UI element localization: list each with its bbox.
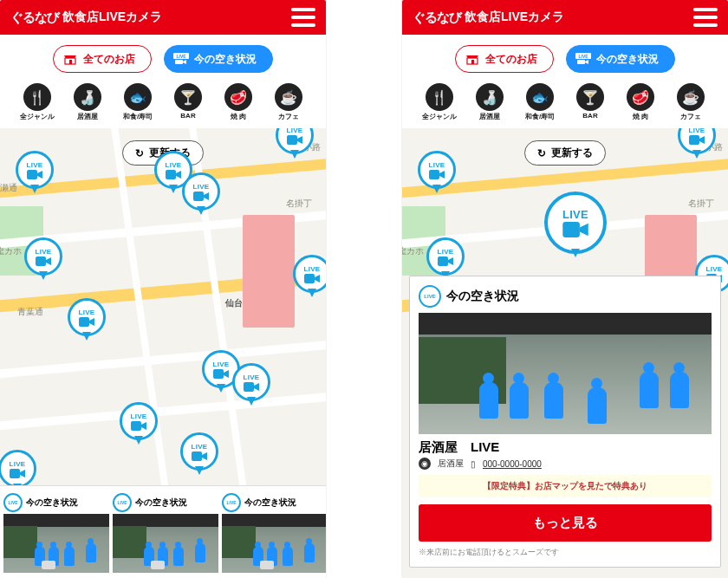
live-badge-icon: LIVE: [222, 493, 241, 512]
cat-washoku[interactable]: 🐟和食/寿司: [523, 83, 557, 121]
shop-card[interactable]: LIVE今の空き状況: [222, 491, 326, 573]
shop-detail-card: LIVE 今の空き状況 居酒屋 LIVE ◉ 居酒屋 ▯: [409, 276, 721, 568]
menu-icon[interactable]: [291, 8, 315, 27]
meat-icon: 🥩: [627, 83, 654, 111]
promo-banner: 【限定特典】お店マップを見たで特典あり: [419, 475, 712, 497]
shop-hero-image: [419, 313, 712, 434]
menu-icon[interactable]: [693, 8, 718, 27]
app-logo: ぐるなび 飲食店LIVEカメラ: [413, 10, 564, 26]
live-marker[interactable]: LIVE: [180, 432, 218, 471]
live-marker[interactable]: LIVE: [232, 363, 270, 401]
cat-cafe[interactable]: ☕カフェ: [673, 83, 708, 121]
svg-rect-15: [192, 451, 202, 461]
app-logo: ぐるなび 飲食店LIVEカメラ: [10, 10, 162, 26]
shop-card[interactable]: LIVE今の空き状況: [113, 491, 218, 573]
phone-left: ぐるなび 飲食店LIVEカメラ 全てのお店 LIVE 今の空き状況 🍴全ジャンル…: [0, 0, 326, 578]
live-marker[interactable]: LIVE: [293, 255, 326, 293]
svg-rect-8: [287, 135, 297, 145]
live-marker-selected[interactable]: LIVE: [544, 192, 607, 254]
fork-knife-icon: 🍴: [426, 83, 453, 111]
cat-bar[interactable]: 🍸BAR: [573, 83, 608, 121]
svg-rect-13: [244, 382, 254, 392]
live-badge-icon: LIVE: [419, 285, 441, 308]
cocktail-icon: 🍸: [576, 83, 604, 111]
detail-note: ※来店前にお電話頂けるとスムーズです: [419, 547, 712, 558]
pill-all-label: 全てのお店: [83, 52, 135, 67]
store-icon: [62, 51, 78, 67]
svg-rect-7: [193, 192, 204, 201]
shop-name: 居酒屋 LIVE: [419, 439, 712, 456]
svg-text:LIVE: LIVE: [578, 54, 588, 59]
refresh-icon: ↻: [135, 147, 144, 159]
svg-rect-21: [577, 60, 585, 64]
category-row: 🍴全ジャンル 🍶居酒屋 🐟和食/寿司 🍸BAR 🥩焼 肉 ☕カフェ: [402, 83, 728, 128]
brand-mark: ぐるなび: [413, 10, 461, 26]
live-marker[interactable]: LIVE: [68, 298, 106, 336]
shop-cards-row[interactable]: LIVE今の空き状況 LIVE今の空き状況 LIVE今の空き状況: [0, 485, 326, 578]
fish-icon: 🐟: [526, 83, 554, 111]
svg-rect-26: [562, 222, 580, 237]
shop-category: 居酒屋: [438, 458, 464, 470]
svg-rect-1: [69, 60, 72, 64]
svg-rect-23: [689, 135, 699, 145]
live-marker[interactable]: LIVE: [24, 237, 62, 276]
pill-availability-label: 今の空き状況: [194, 52, 257, 67]
live-cam-icon: LIVE: [575, 51, 591, 67]
live-marker[interactable]: LIVE: [426, 237, 465, 276]
cat-cafe[interactable]: ☕カフェ: [271, 83, 306, 121]
fork-knife-icon: 🍴: [23, 83, 51, 111]
shop-card[interactable]: LIVE今の空き状況: [3, 491, 109, 573]
filter-pills: 全てのお店 LIVE 今の空き状況: [0, 35, 326, 83]
pill-availability[interactable]: LIVE 今の空き状況: [164, 45, 273, 73]
cat-yakiniku[interactable]: 🥩焼 肉: [221, 83, 256, 121]
svg-text:LIVE: LIVE: [176, 54, 186, 59]
svg-rect-6: [166, 170, 176, 179]
cat-izakaya[interactable]: 🍶居酒屋: [70, 83, 105, 121]
cat-yakiniku[interactable]: 🥩焼 肉: [623, 83, 658, 121]
svg-rect-12: [213, 369, 224, 379]
app-title: 飲食店LIVEカメラ: [62, 10, 162, 25]
person-icon: ◉: [419, 458, 431, 470]
pill-all-shops[interactable]: 全てのお店: [455, 45, 554, 73]
svg-rect-22: [429, 170, 439, 179]
category-row: 🍴全ジャンル 🍶居酒屋 🐟和食/寿司 🍸BAR 🥩焼 肉 ☕カフェ: [0, 83, 326, 128]
coffee-icon: ☕: [275, 83, 302, 111]
cat-all[interactable]: 🍴全ジャンル: [422, 83, 457, 121]
live-marker[interactable]: LIVE: [182, 172, 220, 211]
refresh-label: 更新する: [551, 146, 593, 160]
live-badge-icon: LIVE: [113, 493, 132, 512]
app-header: ぐるなび 飲食店LIVEカメラ: [402, 0, 728, 35]
shop-phone[interactable]: 000-0000-0000: [483, 459, 542, 469]
see-more-button[interactable]: もっと見る: [419, 504, 712, 542]
pill-availability[interactable]: LIVE 今の空き状況: [566, 45, 675, 73]
map-view[interactable]: 青葉通 名掛丁 寺小路 龍カホ ↻ 更新する LIVE LIVE LIVE LI…: [402, 128, 728, 578]
detail-title: 今の空き状況: [446, 289, 519, 304]
app-header: ぐるなび 飲食店LIVEカメラ: [0, 0, 326, 35]
svg-rect-11: [304, 274, 315, 283]
svg-rect-14: [131, 421, 141, 431]
live-marker[interactable]: LIVE: [418, 151, 456, 189]
cocktail-icon: 🍸: [174, 83, 202, 111]
app-title: 飲食店LIVEカメラ: [465, 10, 564, 25]
refresh-icon: ↻: [537, 147, 546, 159]
cat-bar[interactable]: 🍸BAR: [171, 83, 205, 121]
meat-icon: 🥩: [224, 83, 252, 111]
cat-izakaya[interactable]: 🍶居酒屋: [472, 83, 507, 121]
refresh-button[interactable]: ↻ 更新する: [524, 140, 606, 166]
live-marker[interactable]: LIVE: [16, 151, 54, 189]
pill-all-label: 全てのお店: [485, 52, 537, 67]
cat-all[interactable]: 🍴全ジャンル: [20, 83, 55, 121]
live-marker[interactable]: LIVE: [0, 450, 36, 488]
live-marker[interactable]: LIVE: [678, 128, 716, 154]
live-marker[interactable]: LIVE: [120, 402, 158, 440]
pill-all-shops[interactable]: 全てのお店: [53, 45, 152, 73]
shop-meta: ◉ 居酒屋 ▯ 000-0000-0000: [419, 458, 712, 470]
sake-icon: 🍶: [476, 83, 504, 111]
svg-rect-4: [175, 60, 183, 64]
sake-icon: 🍶: [74, 83, 101, 111]
svg-rect-10: [79, 317, 89, 327]
fish-icon: 🐟: [124, 83, 152, 111]
cat-washoku[interactable]: 🐟和食/寿司: [120, 83, 155, 121]
brand-mark: ぐるなび: [10, 10, 59, 26]
live-marker[interactable]: LIVE: [276, 128, 314, 154]
